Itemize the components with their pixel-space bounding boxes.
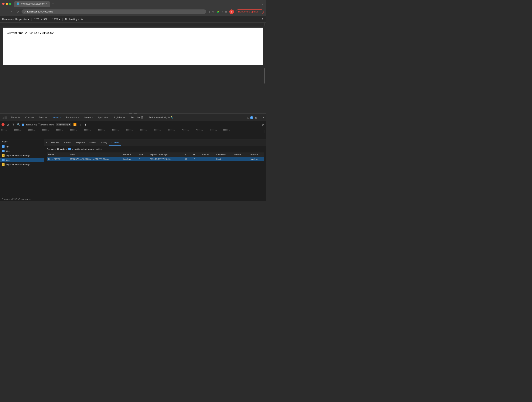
devtools-tab-actions: ⬚ 1 ⚙ ⋮ × bbox=[247, 116, 265, 119]
filter-button[interactable]: ⊽ bbox=[11, 123, 15, 126]
files-panel: Name ⬚ login ⬚ time JS single-file-hooks… bbox=[0, 139, 44, 201]
clear-button[interactable]: ⊘ bbox=[6, 123, 10, 126]
inspect-icon[interactable]: ⬚ bbox=[1, 116, 4, 119]
tab-console[interactable]: Console bbox=[23, 114, 36, 121]
file-item-hooks-2[interactable]: JS single-file-hooks-frames.js bbox=[0, 162, 44, 167]
disable-cache-label: Disable cache bbox=[41, 124, 54, 126]
file-item-login[interactable]: ⬚ login bbox=[0, 144, 44, 149]
tick-10000: 10000 ms bbox=[14, 129, 22, 131]
detail-tab-response[interactable]: Response bbox=[73, 139, 87, 146]
relaunch-button[interactable]: Relaunch to update ⋮ bbox=[236, 9, 264, 14]
tick-5000: 5000 ms bbox=[1, 129, 7, 131]
detail-tab-timing[interactable]: Timing bbox=[99, 139, 109, 146]
tab-application-label: Application bbox=[98, 116, 109, 119]
throttle-dropdown[interactable]: No throttling ▾ bbox=[56, 123, 71, 126]
tab-close-button[interactable]: × bbox=[46, 2, 47, 5]
timeline-marker bbox=[210, 132, 210, 139]
scroll-handle: ▕ bbox=[263, 23, 265, 25]
preserve-log-checkbox-box[interactable] bbox=[22, 124, 24, 126]
window-expand-button[interactable]: ⌄ bbox=[261, 2, 264, 6]
devtools-settings-icon[interactable]: ⚙ bbox=[255, 116, 257, 119]
tab-network[interactable]: Network bbox=[50, 114, 63, 121]
disable-cache-checkbox[interactable]: Disable cache bbox=[38, 124, 54, 126]
maximize-traffic-light[interactable] bbox=[9, 3, 11, 5]
show-filtered-checkbox[interactable]: ✓ bbox=[68, 148, 71, 150]
throttle-selector[interactable]: No throttling ▾ bbox=[65, 18, 79, 21]
detail-tab-headers[interactable]: Headers bbox=[49, 139, 61, 146]
tab-memory[interactable]: Memory bbox=[82, 114, 95, 121]
user-avatar[interactable]: E bbox=[229, 9, 234, 14]
detail-tab-cookies[interactable]: Cookies bbox=[109, 139, 121, 146]
devtools-close-icon[interactable]: × bbox=[263, 116, 265, 119]
bookmark-icon[interactable]: ☆ bbox=[212, 10, 215, 13]
record-button[interactable] bbox=[1, 123, 5, 126]
tick-40000: 40000 ms bbox=[98, 129, 105, 131]
tab-lighthouse[interactable]: Lighthouse bbox=[112, 114, 128, 121]
detail-close-button[interactable]: × bbox=[46, 141, 47, 144]
show-filtered-label[interactable]: ✓ show filtered out request cookies bbox=[68, 148, 102, 150]
ruler: ▕ bbox=[0, 23, 266, 26]
preserve-log-checkbox[interactable]: Preserve log bbox=[22, 124, 37, 126]
request-cookies-title: Request Cookies bbox=[47, 148, 66, 151]
emulation-more-icon[interactable]: ⋮ bbox=[261, 18, 264, 21]
col-s: S... bbox=[183, 152, 192, 157]
devtools-panel: ⬚ ⬛ Elements Console Sources Network Per… bbox=[0, 114, 266, 201]
network-settings-icon[interactable]: ⚙ bbox=[261, 123, 265, 126]
search-button[interactable]: 🔍 bbox=[17, 123, 20, 126]
browser-tab[interactable]: 🌐 localhost:8080/test/time × bbox=[14, 1, 50, 7]
timeline-area: 5000 ms 10000 ms 15000 ms 20000 ms 25000… bbox=[0, 128, 266, 139]
cookie-value: 84328570-ea9b-4635-afba-05b728a59aac bbox=[68, 157, 122, 161]
minimize-traffic-light[interactable] bbox=[6, 3, 8, 5]
col-name: Name bbox=[47, 152, 68, 157]
devtools-more-icon[interactable]: ⋮ bbox=[259, 116, 261, 119]
device-toggle-icon[interactable]: ⬛ bbox=[4, 116, 7, 119]
page-scrollbar[interactable] bbox=[264, 68, 265, 83]
detail-tab-preview[interactable]: Preview bbox=[61, 139, 73, 146]
profile-icon[interactable]: ▭ bbox=[225, 10, 228, 13]
forward-button[interactable]: → bbox=[9, 9, 13, 14]
tab-elements[interactable]: Elements bbox=[8, 114, 23, 121]
timeline-scroll-indicator: ▕ bbox=[263, 130, 265, 133]
network-toolbar: ⊘ ⊽ 🔍 Preserve log Disable cache No thro… bbox=[0, 121, 266, 128]
tab-recorder[interactable]: Recorder 🎬 bbox=[128, 114, 146, 121]
dimensions-selector[interactable]: Dimensions: Responsive ▾ bbox=[2, 18, 29, 21]
detail-panel: × Headers Preview Response Initiator Tim… bbox=[44, 139, 266, 201]
tab-performance[interactable]: Performance bbox=[63, 114, 82, 121]
close-traffic-light[interactable] bbox=[2, 3, 5, 5]
extensions-icon[interactable]: 🧩 bbox=[216, 10, 220, 13]
tick-75000: 75000 ms bbox=[196, 129, 203, 131]
file-item-time-selected[interactable]: ⬚ time bbox=[0, 158, 44, 162]
tab-application[interactable]: Application bbox=[95, 114, 112, 121]
tab-bar: 🌐 localhost:8080/test/time × + bbox=[13, 1, 260, 7]
width-input[interactable]: 1256 bbox=[34, 18, 39, 21]
detail-tab-bar: × Headers Preview Response Initiator Tim… bbox=[44, 139, 266, 146]
download-icon[interactable]: ⬇ bbox=[83, 123, 87, 126]
col-domain: Domain bbox=[122, 152, 138, 157]
url-bar[interactable]: ⊙ localhost:8080/test/time bbox=[22, 9, 206, 14]
devtools-tab-bar: ⬚ ⬛ Elements Console Sources Network Per… bbox=[0, 114, 266, 121]
back-button[interactable]: ← bbox=[2, 9, 7, 14]
traffic-lights bbox=[2, 3, 11, 5]
address-bar: ← → ↻ ⊙ localhost:8080/test/time ⬆ ☆ 🧩 ≡… bbox=[0, 7, 266, 16]
tab-performance-insights[interactable]: Performance insights 🔦 bbox=[146, 114, 176, 121]
height-input[interactable]: 367 bbox=[44, 18, 47, 21]
col-expires: Expires / Max-Age bbox=[148, 152, 183, 157]
detail-tab-initiator[interactable]: Initiator bbox=[87, 139, 98, 146]
tab-search-icon[interactable]: ≡ bbox=[222, 10, 223, 13]
cookie-secure bbox=[201, 157, 215, 161]
file-name-hooks-2: single-file-hooks-frames.js bbox=[6, 163, 30, 166]
col-partition: Partitio... bbox=[232, 152, 249, 157]
browser-window: 🌐 localhost:8080/test/time × + ⌄ ← → ↻ ⊙… bbox=[0, 0, 266, 26]
file-item-hooks-1[interactable]: JS single-file-hooks-frames.js bbox=[0, 153, 44, 158]
tick-50000: 50000 ms bbox=[126, 129, 133, 131]
share-icon[interactable]: ⬆ bbox=[208, 10, 210, 13]
disable-cache-checkbox-box[interactable] bbox=[38, 124, 40, 126]
reload-button[interactable]: ↻ bbox=[15, 9, 20, 14]
file-item-time[interactable]: ⬚ time bbox=[0, 149, 44, 153]
new-tab-button[interactable]: + bbox=[51, 1, 56, 6]
zoom-selector[interactable]: 100% ▾ bbox=[52, 18, 60, 21]
tab-sources[interactable]: Sources bbox=[36, 114, 50, 121]
file-name-time-selected: time bbox=[6, 159, 10, 161]
upload-icon[interactable]: ⬆ bbox=[78, 123, 82, 126]
cookie-row[interactable]: Idea-d1f785ff 84328570-ea9b-4635-afba-05… bbox=[47, 157, 264, 161]
